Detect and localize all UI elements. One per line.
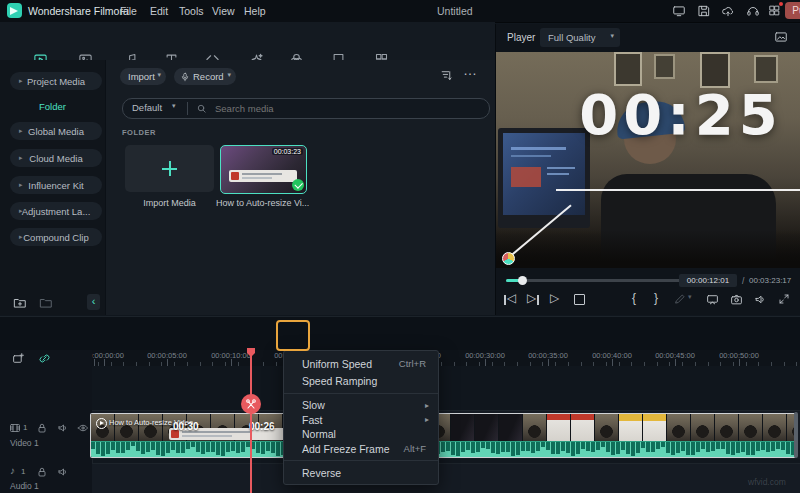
quality-dropdown[interactable]: Full Quality ▾ <box>540 28 620 47</box>
sidebar-item-adjustment-layer[interactable]: ▸Adjustment La... <box>10 202 102 220</box>
project-title: Untitled <box>437 5 473 17</box>
audio-track-mute-icon[interactable] <box>57 466 69 478</box>
import-media-tile[interactable] <box>125 145 214 192</box>
menu-item-reverse[interactable]: Reverse <box>284 465 438 480</box>
preview-window-icon[interactable] <box>774 30 788 44</box>
sort-filter-icon[interactable] <box>440 69 453 82</box>
audio-track-number: 1 <box>21 467 25 476</box>
app-title: Wondershare Filmora <box>28 5 129 17</box>
sidebar-item-global-media[interactable]: ▸Global Media <box>10 122 102 140</box>
mark-out-button[interactable]: } <box>654 291 658 305</box>
clip-play-icon <box>96 418 107 429</box>
video-track-label: Video 1 <box>10 438 39 448</box>
sidebar-item-project-media[interactable]: ▸Project Media <box>10 72 102 90</box>
sidebar-item-compound-clip[interactable]: ▸Compound Clip <box>10 228 102 246</box>
video-track-lock-icon[interactable] <box>36 422 48 434</box>
menu-item-uniform-speed[interactable]: Uniform SpeedCtrl+R <box>284 355 438 372</box>
folder-icon[interactable] <box>39 296 53 310</box>
sidebar-item-cloud-media[interactable]: ▸Cloud Media <box>10 149 102 167</box>
player-header: Player Full Quality ▾ <box>496 24 800 52</box>
record-button[interactable]: Record ▾ <box>174 68 236 85</box>
asset-tabbar: Media Stock Media Audio Titles Transitio… <box>0 22 495 60</box>
sidebar-item-influencer-kit[interactable]: ▸Influencer Kit <box>10 176 102 194</box>
menu-file[interactable]: File <box>120 5 137 17</box>
add-clip-track-icon[interactable] <box>12 352 25 365</box>
media-panel: Import ▾ Record ▾ … Default ▾ FOLDER <box>106 60 495 315</box>
chevron-down-icon: ▾ <box>610 32 614 40</box>
default-filter-dropdown[interactable]: Default <box>132 102 162 113</box>
search-input[interactable] <box>213 100 477 117</box>
collapse-sidebar-button[interactable]: ‹ <box>87 294 100 310</box>
menu-view[interactable]: View <box>212 5 235 17</box>
guide-line-horizontal[interactable] <box>556 189 800 191</box>
check-badge <box>292 179 304 191</box>
video-track-visibility-icon[interactable] <box>77 422 89 434</box>
snapshot-camera-icon[interactable] <box>730 293 743 306</box>
workspace-grid-icon[interactable] <box>768 4 781 17</box>
previous-frame-button[interactable]: ◁ <box>503 293 519 307</box>
filmora-app-window: Wondershare Filmora File Edit Tools View… <box>0 0 800 493</box>
media-clip-thumbnail[interactable]: 00:03:23 <box>220 145 307 194</box>
chevron-down-icon[interactable]: ▾ <box>688 293 692 301</box>
player-progress-row: 00:00:12:01 / 00:03:23:17 <box>496 268 800 290</box>
more-options-icon[interactable]: … <box>463 62 477 78</box>
audio-track-lock-icon[interactable] <box>36 466 48 478</box>
support-headset-icon[interactable] <box>746 4 760 18</box>
volume-speaker-icon[interactable] <box>754 293 767 306</box>
cloud-upload-icon[interactable] <box>721 4 735 18</box>
media-sidebar: ▸Project Media Folder ▸Global Media ▸Clo… <box>0 60 106 315</box>
mark-in-button[interactable]: { <box>632 291 636 305</box>
menu-tools[interactable]: Tools <box>179 5 204 17</box>
menu-item-speed-ramping[interactable]: Speed Ramping <box>284 372 438 389</box>
total-timecode: 00:03:23:17 <box>749 276 791 285</box>
mic-icon <box>180 72 190 82</box>
clip-title: How to Auto-resize Video... <box>109 418 229 427</box>
timeline-video-clip[interactable]: How to Auto-resize Video... 00:30 00:26 <box>90 413 796 458</box>
timeline-ruler[interactable]: 00:00:00:00 00:00:05:00 00:00:10:00 00:0… <box>92 350 800 367</box>
import-button[interactable]: Import ▾ <box>120 68 166 85</box>
link-tracks-icon[interactable] <box>38 352 51 365</box>
new-folder-icon[interactable] <box>13 296 27 310</box>
menu-item-fast[interactable]: Fast▸ <box>284 413 438 428</box>
import-tile-caption: Import Media <box>125 198 214 208</box>
purchase-button[interactable]: Pur <box>785 2 800 19</box>
chevron-down-icon: ▾ <box>227 71 231 79</box>
save-project-icon[interactable] <box>697 4 711 18</box>
speed-tool-highlight-box <box>276 320 310 351</box>
annotate-pen-icon[interactable] <box>674 293 686 305</box>
menu-item-normal[interactable]: Normal <box>284 427 438 442</box>
fullscreen-expand-icon[interactable] <box>778 293 790 305</box>
video-track-mute-icon[interactable] <box>57 422 69 434</box>
sidebar-item-folder[interactable]: Folder <box>0 101 105 112</box>
clip-duration-badge: 00:03:23 <box>272 148 303 155</box>
player-label: Player <box>507 32 535 43</box>
clip-caption: How to Auto-resize Vi... <box>216 198 309 208</box>
menu-item-add-freeze-frame[interactable]: Add Freeze FrameAlt+F <box>284 442 438 457</box>
menu-help[interactable]: Help <box>244 5 266 17</box>
chevron-down-icon: ▾ <box>157 71 161 79</box>
notification-dot <box>779 2 783 6</box>
menu-item-slow[interactable]: Slow▸ <box>284 398 438 413</box>
keyframe-handle[interactable] <box>502 252 515 265</box>
submenu-arrow-icon: ▸ <box>425 415 429 424</box>
display-mode-icon[interactable] <box>672 4 686 18</box>
titlebar: Wondershare Filmora File Edit Tools View… <box>0 0 800 23</box>
search-icon <box>196 103 207 114</box>
play-button[interactable]: ▷ <box>550 291 559 305</box>
current-timecode: 00:00:12:01 <box>679 274 737 287</box>
video-preview[interactable]: 00:25 <box>496 52 800 268</box>
audio-track-lane[interactable] <box>92 463 800 493</box>
next-frame-button[interactable]: ▷ <box>526 293 542 307</box>
overlay-timer-text: 00:25 <box>566 82 796 147</box>
audio-track-icon: ♪ <box>10 465 15 476</box>
timeline-vscrollbar[interactable] <box>794 412 798 458</box>
player-panel: Player Full Quality ▾ <box>495 24 800 315</box>
mirror-display-icon[interactable] <box>706 293 719 306</box>
seek-handle[interactable] <box>518 276 527 285</box>
timeline-toolbar: ↶ ↷ T » ⊖ ⊕ ▾ <box>0 316 800 352</box>
menu-edit[interactable]: Edit <box>150 5 168 17</box>
playhead-scissors-badge[interactable] <box>241 394 261 414</box>
playhead[interactable] <box>245 348 257 493</box>
video-track-icon <box>9 422 21 434</box>
stop-button[interactable] <box>574 294 585 305</box>
